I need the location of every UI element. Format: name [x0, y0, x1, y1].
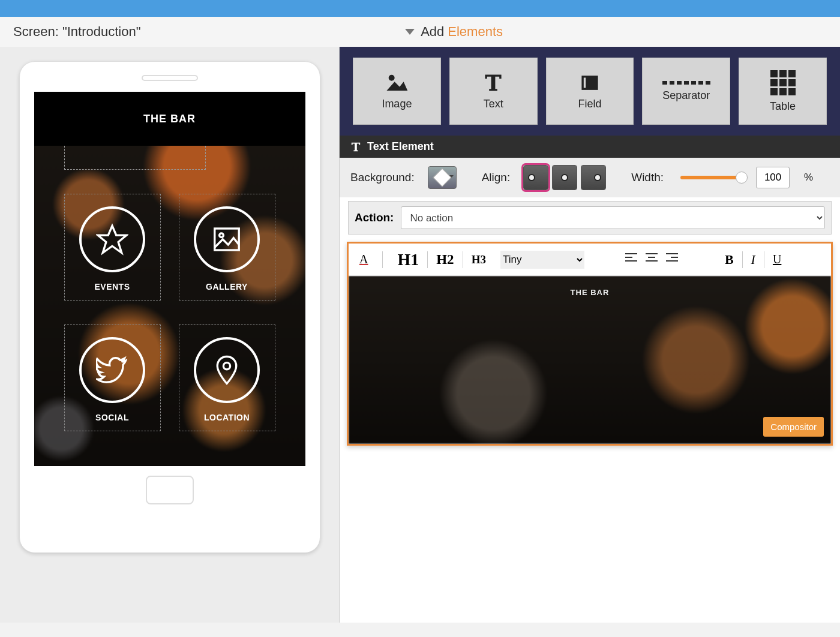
- preview-pane: THE BAR EVENTS GALLERY: [0, 47, 339, 623]
- page-header: Screen: "Introduction" Add Elements: [0, 17, 840, 47]
- section-title: Text Element: [367, 140, 434, 153]
- svg-marker-0: [98, 226, 126, 253]
- align-right-icon[interactable]: [666, 253, 678, 266]
- element-label: Table: [770, 100, 796, 113]
- heading-h1-button[interactable]: H1: [397, 250, 419, 269]
- preview-placeholder-slot[interactable]: [64, 146, 206, 170]
- underline-button[interactable]: U: [773, 253, 781, 266]
- action-select[interactable]: No action: [401, 206, 825, 229]
- tile-events[interactable]: EVENTS: [64, 194, 161, 301]
- text-controls-row: Background: Align: Width: %: [340, 158, 840, 197]
- text-icon: [350, 142, 361, 152]
- element-label: Text: [484, 98, 503, 110]
- svg-point-3: [223, 363, 230, 369]
- compositor-button[interactable]: Compositor: [763, 417, 824, 437]
- editor-text-content[interactable]: THE BAR: [349, 276, 831, 297]
- pin-icon: [194, 337, 260, 403]
- top-app-bar: [0, 0, 840, 17]
- text-element-header: Text Element: [340, 136, 840, 158]
- align-center-button[interactable]: [552, 165, 577, 190]
- action-row: Action: No action: [348, 201, 832, 235]
- element-label: Image: [382, 98, 412, 110]
- editor-toolbar: A H1 H2 H3 Tiny: [349, 244, 831, 276]
- divider: [742, 251, 743, 268]
- bold-button[interactable]: B: [725, 252, 734, 268]
- elements-palette: Image Text Field Separator Table: [340, 47, 840, 136]
- separator-icon: [662, 81, 710, 85]
- align-right-button[interactable]: [581, 165, 606, 190]
- element-separator[interactable]: Separator: [642, 58, 730, 125]
- editor-canvas[interactable]: THE BAR Compositor: [349, 276, 831, 444]
- background-color-picker[interactable]: [428, 166, 457, 189]
- element-field[interactable]: Field: [546, 58, 634, 125]
- element-image[interactable]: Image: [353, 58, 441, 125]
- elements-link: Elements: [448, 24, 503, 40]
- font-select[interactable]: Tiny: [500, 251, 584, 269]
- align-label: Align:: [482, 171, 511, 184]
- image-icon: [385, 73, 409, 93]
- divider: [382, 251, 383, 268]
- preview-screen[interactable]: THE BAR EVENTS GALLERY: [34, 92, 305, 466]
- paragraph-align-group: [625, 253, 678, 266]
- divider: [463, 251, 463, 268]
- align-left-button[interactable]: [523, 165, 548, 190]
- svg-marker-5: [387, 82, 408, 91]
- element-label: Separator: [662, 89, 710, 102]
- svg-point-4: [389, 74, 395, 80]
- width-unit: %: [804, 172, 813, 184]
- align-group: [523, 165, 606, 190]
- twitter-icon: [79, 337, 145, 403]
- heading-h2-button[interactable]: H2: [436, 252, 454, 268]
- slider-thumb[interactable]: [736, 172, 748, 184]
- dropdown-triangle-icon: [405, 29, 415, 35]
- italic-button[interactable]: I: [751, 252, 755, 268]
- heading-h3-button[interactable]: H3: [472, 253, 486, 266]
- tile-gallery[interactable]: GALLERY: [179, 194, 275, 301]
- screen-title: Screen: "Introduction": [13, 24, 141, 40]
- preview-tiles-grid: EVENTS GALLERY SOCIAL: [34, 194, 305, 431]
- add-label: Add: [421, 24, 444, 40]
- action-label: Action:: [355, 211, 394, 224]
- background-label: Background:: [350, 171, 415, 184]
- tile-social[interactable]: SOCIAL: [64, 324, 161, 431]
- tile-location[interactable]: LOCATION: [179, 324, 275, 431]
- divider: [764, 251, 764, 268]
- tablet-frame: THE BAR EVENTS GALLERY: [19, 61, 320, 553]
- tablet-home-button[interactable]: [146, 476, 194, 504]
- divider: [427, 251, 428, 268]
- element-label: Field: [578, 98, 601, 110]
- width-slider[interactable]: [680, 176, 743, 179]
- chevron-down-icon: [449, 175, 454, 178]
- tile-label: GALLERY: [206, 282, 248, 292]
- element-text[interactable]: Text: [449, 58, 538, 125]
- preview-title: THE BAR: [143, 113, 196, 125]
- element-table[interactable]: Table: [739, 58, 827, 125]
- heading-group: H1 H2 H3: [397, 250, 485, 269]
- preview-title-bar[interactable]: THE BAR: [34, 92, 305, 146]
- align-center-icon[interactable]: [646, 253, 658, 266]
- tablet-speaker: [142, 75, 198, 81]
- tile-label: SOCIAL: [95, 413, 129, 422]
- align-left-icon[interactable]: [625, 253, 637, 266]
- star-icon: [79, 206, 145, 272]
- text-color-button[interactable]: A: [359, 253, 368, 266]
- style-group: B I U: [725, 251, 781, 268]
- picture-icon: [194, 206, 260, 272]
- text-editor: A H1 H2 H3 Tiny: [347, 242, 833, 446]
- svg-point-2: [220, 233, 224, 238]
- table-icon: [770, 70, 796, 95]
- field-icon: [578, 73, 602, 93]
- editor-background: [349, 276, 831, 444]
- text-icon: [481, 73, 505, 93]
- width-label: Width:: [631, 171, 664, 184]
- tile-label: LOCATION: [204, 413, 250, 422]
- width-input[interactable]: [756, 167, 790, 188]
- add-elements-link[interactable]: Add Elements: [405, 24, 503, 40]
- svg-rect-7: [584, 77, 586, 88]
- editor-pane: Image Text Field Separator Table Text El…: [339, 47, 840, 623]
- tile-label: EVENTS: [94, 282, 130, 292]
